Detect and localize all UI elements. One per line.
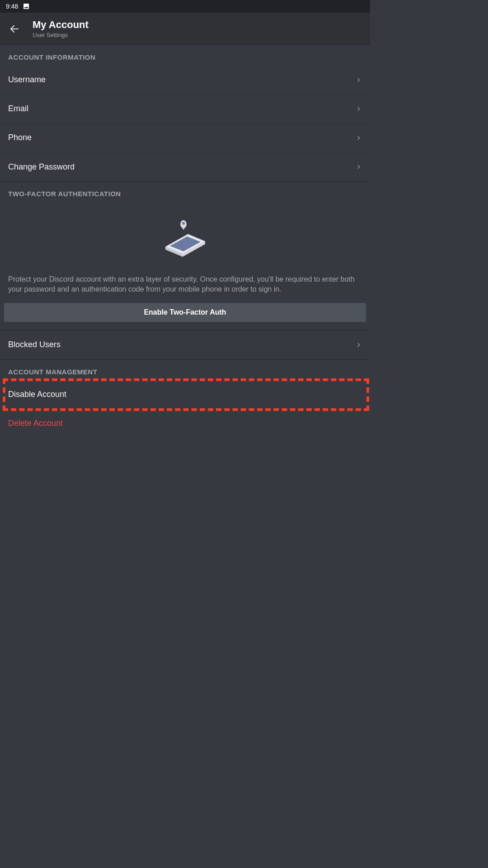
svg-point-6 — [182, 222, 185, 225]
row-email-label: Email — [8, 104, 28, 113]
back-arrow-icon[interactable] — [9, 24, 20, 34]
status-time: 9:48 — [6, 3, 18, 10]
row-phone-label: Phone — [8, 133, 32, 142]
tfa-button-wrap: Enable Two-Factor Auth — [0, 303, 370, 330]
image-icon — [23, 3, 30, 10]
row-phone[interactable]: Phone — [0, 123, 370, 152]
section-label-account-management: ACCOUNT MANAGEMENT — [0, 360, 370, 380]
chevron-right-icon — [356, 77, 362, 83]
phone-illustration-icon — [0, 205, 370, 273]
row-blocked-users-label: Blocked Users — [8, 340, 61, 349]
app-header: My Account User Settings — [0, 13, 370, 45]
row-email[interactable]: Email — [0, 94, 370, 123]
row-change-password[interactable]: Change Password — [0, 152, 370, 181]
row-delete-account-label: Delete Account — [8, 419, 63, 428]
row-change-password-label: Change Password — [8, 162, 75, 172]
row-disable-account-label: Disable Account — [8, 390, 66, 399]
header-titles: My Account User Settings — [33, 19, 89, 38]
chevron-right-icon — [356, 342, 362, 348]
row-disable-account[interactable]: Disable Account — [0, 380, 370, 409]
section-label-tfa: TWO-FACTOR AUTHENTICATION — [0, 182, 370, 202]
chevron-right-icon — [356, 135, 362, 141]
svg-marker-7 — [182, 227, 185, 230]
status-bar: 9:48 — [0, 0, 370, 13]
tfa-description: Protect your Discord account with an ext… — [0, 273, 370, 303]
enable-tfa-button[interactable]: Enable Two-Factor Auth — [4, 303, 366, 322]
row-username[interactable]: Username — [0, 66, 370, 94]
chevron-right-icon — [356, 106, 362, 112]
highlight-annotation: Disable Account — [0, 380, 370, 409]
page-title: My Account — [33, 19, 89, 30]
chevron-right-icon — [356, 164, 362, 170]
row-blocked-users[interactable]: Blocked Users — [0, 330, 370, 359]
page-subtitle: User Settings — [33, 32, 89, 38]
section-label-account-info: ACCOUNT INFORMATION — [0, 45, 370, 66]
row-username-label: Username — [8, 75, 46, 85]
row-delete-account[interactable]: Delete Account — [0, 409, 370, 438]
